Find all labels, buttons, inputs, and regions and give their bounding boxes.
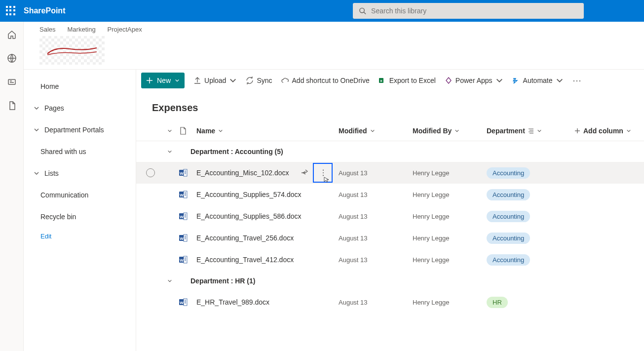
word-icon: W	[179, 234, 188, 242]
file-name[interactable]: E_HR_Travel_989.docx	[196, 298, 269, 306]
nav-pages-label: Pages	[44, 104, 64, 112]
chevron-down-icon	[626, 128, 631, 133]
chevron-down-icon	[495, 77, 503, 84]
word-icon: W	[179, 190, 188, 199]
brand-label[interactable]: SharePoint	[24, 6, 65, 15]
site-logo[interactable]	[39, 36, 105, 65]
group-row[interactable]: Department : HR (1)	[136, 271, 644, 291]
new-label: New	[157, 77, 171, 84]
chevron-down-icon	[34, 170, 39, 176]
upload-button[interactable]: Upload	[193, 77, 237, 84]
automate-label: Automate	[523, 77, 553, 84]
search-box[interactable]	[353, 3, 584, 19]
nav-lists[interactable]: Lists	[24, 162, 136, 184]
chevron-down-icon[interactable]	[167, 149, 172, 154]
row-selector[interactable]	[146, 168, 155, 177]
nav-portals[interactable]: Department Portals	[24, 119, 136, 141]
department-pill[interactable]: Accounting	[487, 211, 530, 222]
nav-shared-label: Shared with us	[40, 148, 86, 156]
column-modifiedby[interactable]: Modified By	[413, 127, 487, 135]
shortcut-button[interactable]: Add shortcut to OneDrive	[281, 77, 370, 84]
powerapps-button[interactable]: Power Apps	[445, 77, 503, 84]
column-name[interactable]: Name	[190, 127, 339, 135]
svg-text:W: W	[180, 171, 184, 176]
file-type-icon[interactable]	[180, 127, 187, 135]
table-row[interactable]: W E_Accounting_Supplies_586.docx August …	[136, 205, 644, 227]
home-icon[interactable]	[7, 30, 17, 39]
file-name[interactable]: E_Accounting_Supplies_586.docx	[196, 212, 302, 220]
svg-text:W: W	[180, 215, 184, 219]
file-name[interactable]: E_Accounting_Travel_256.docx	[196, 234, 294, 242]
column-department[interactable]: Department	[487, 127, 565, 135]
department-pill[interactable]: HR	[487, 297, 508, 308]
nav-home[interactable]: Home	[24, 76, 136, 97]
svg-rect-3	[8, 79, 15, 84]
cursor-icon	[324, 177, 330, 183]
automate-button[interactable]: Automate	[512, 77, 564, 84]
powerapps-icon	[445, 77, 453, 84]
globe-icon[interactable]	[7, 53, 17, 63]
more-actions-button[interactable]: ⋯	[313, 163, 333, 183]
table-row[interactable]: W E_Accounting_Travel_412.docx August 13…	[136, 249, 644, 271]
chevron-down-icon	[455, 128, 459, 133]
sync-button[interactable]: Sync	[246, 77, 272, 84]
news-icon[interactable]	[7, 77, 17, 87]
search-input[interactable]	[371, 7, 578, 15]
nav-pages[interactable]: Pages	[24, 97, 136, 119]
file-icon[interactable]	[7, 101, 17, 111]
nav-communication[interactable]: Communication	[24, 184, 136, 206]
plus-icon	[146, 77, 153, 84]
suite-header: SharePoint	[0, 0, 644, 22]
command-bar: New Upload Sync Add shortcut to O	[136, 70, 644, 91]
cell-modifiedby: Henry Legge	[413, 299, 487, 306]
hub-tab-marketing[interactable]: Marketing	[68, 26, 96, 33]
more-commands-button[interactable]: ⋯	[572, 75, 582, 86]
chevron-down-icon	[537, 128, 542, 133]
cell-modified: August 13	[339, 256, 413, 264]
word-icon: W	[179, 255, 188, 264]
chevron-down-icon	[175, 78, 180, 83]
table-row[interactable]: W E_HR_Travel_989.docx August 13 Henry L…	[136, 291, 644, 313]
add-column-button[interactable]: Add column	[565, 127, 644, 135]
svg-point-0	[360, 8, 364, 12]
chevron-down-icon[interactable]	[167, 278, 172, 283]
left-nav: Home Pages Department Portals Shared wit…	[24, 70, 136, 351]
file-name[interactable]: E_Accounting_Travel_412.docx	[196, 256, 294, 264]
column-modified[interactable]: Modified	[339, 127, 413, 135]
group-row[interactable]: Department : Accounting (5)	[136, 141, 644, 162]
department-pill[interactable]: Accounting	[487, 167, 530, 179]
department-pill[interactable]: Accounting	[487, 233, 530, 244]
ellipsis-icon: ⋯	[319, 169, 327, 177]
chevron-down-icon	[34, 127, 39, 133]
chevron-down-icon[interactable]	[167, 128, 172, 133]
cell-modifiedby: Henry Legge	[413, 213, 487, 220]
hub-tab-project[interactable]: ProjectApex	[108, 26, 142, 33]
excel-icon: x	[379, 77, 386, 84]
table-row[interactable]: W E_Accounting_Supplies_574.docx August …	[136, 184, 644, 205]
library-title: Expenses	[136, 91, 644, 120]
file-name[interactable]: E_Accounting_Supplies_574.docx	[196, 191, 302, 198]
hub-tab-sales[interactable]: Sales	[39, 26, 56, 33]
nav-recycle[interactable]: Recycle bin	[24, 206, 136, 228]
group-icon	[528, 128, 534, 134]
chevron-down-icon	[34, 105, 39, 111]
nav-communication-label: Communication	[40, 191, 88, 199]
nav-shared[interactable]: Shared with us	[24, 141, 136, 162]
share-icon[interactable]	[300, 169, 308, 177]
cell-modified: August 13	[339, 169, 413, 177]
department-pill[interactable]: Accounting	[487, 254, 530, 266]
nav-edit[interactable]: Edit	[24, 228, 136, 245]
file-name[interactable]: E_Accounting_Misc_102.docx	[196, 169, 289, 177]
word-icon: W	[179, 298, 188, 307]
table-row[interactable]: W E_Accounting_Travel_256.docx August 13…	[136, 227, 644, 249]
app-launcher-icon[interactable]	[6, 6, 16, 16]
table-row[interactable]: W E_Accounting_Misc_102.docx ⋯ August 13…	[136, 162, 644, 184]
nav-edit-label: Edit	[40, 233, 51, 240]
word-icon: W	[179, 168, 188, 177]
group-label: Department : Accounting (5)	[190, 148, 283, 156]
department-pill[interactable]: Accounting	[487, 189, 530, 200]
nav-portals-label: Department Portals	[44, 126, 104, 134]
new-button[interactable]: New	[141, 73, 185, 88]
chevron-down-icon	[229, 77, 237, 84]
export-button[interactable]: x Export to Excel	[379, 77, 436, 84]
